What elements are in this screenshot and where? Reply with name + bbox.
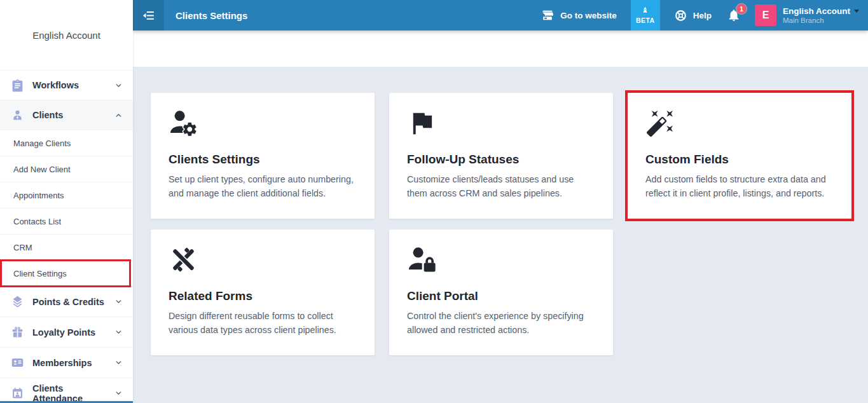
card-title: Custom Fields — [645, 153, 834, 167]
business-person-icon — [11, 109, 24, 122]
sidebar: English Account Workflows Clients Manage… — [0, 0, 133, 403]
go-to-website-link[interactable]: Go to website — [541, 8, 617, 22]
sidebar-item-workflows[interactable]: Workflows — [0, 70, 133, 100]
magic-wand-icon — [645, 108, 675, 138]
sidebar-item-clients-attendance[interactable]: Clients Attendance — [0, 378, 133, 403]
chevron-up-icon — [114, 111, 123, 120]
sidebar-item-label: Workflows — [32, 80, 79, 90]
page-title: Clients Settings — [176, 10, 247, 21]
account-name-label: English Account — [783, 6, 850, 16]
layers-icon — [11, 295, 24, 308]
go-to-website-label: Go to website — [560, 11, 617, 20]
sidebar-item-label: Clients Attendance — [32, 383, 114, 403]
sidebar-subitem-client-settings[interactable]: Client Settings — [0, 260, 133, 286]
card-client-portal[interactable]: Client Portal Control the client's exper… — [389, 229, 613, 355]
card-title: Related Forms — [169, 289, 357, 303]
sidebar-item-label: Clients — [32, 110, 63, 120]
clipboard-icon — [11, 79, 24, 92]
id-card-icon — [11, 356, 24, 369]
person-gear-icon — [169, 108, 198, 138]
beta-label: BETA — [636, 17, 654, 24]
chevron-down-icon — [114, 328, 123, 336]
sidebar-item-label: Loyalty Points — [32, 327, 95, 338]
person-lock-icon — [407, 245, 437, 275]
card-description: Customize clients/leads statuses and use… — [407, 172, 595, 200]
sidebar-item-memberships[interactable]: Memberships — [0, 347, 133, 378]
card-title: Client Portal — [407, 289, 595, 303]
account-menu[interactable]: English Account Main Branch — [783, 6, 868, 24]
card-related-forms[interactable]: Related Forms Design different reusable … — [151, 229, 375, 355]
notifications-button[interactable]: 1 — [727, 8, 741, 22]
flag-icon — [407, 108, 437, 138]
sidebar-item-label: Memberships — [32, 358, 92, 368]
sidebar-toggle-button[interactable] — [133, 0, 164, 31]
card-description: Design different reusable forms to colle… — [169, 309, 357, 337]
chevron-down-icon — [114, 81, 123, 90]
topbar-actions: Go to website BETA — [541, 0, 868, 31]
caret-down-icon — [854, 10, 859, 13]
card-clients-settings[interactable]: Clients Settings Set up client types, co… — [151, 93, 375, 219]
help-link[interactable]: Help — [674, 9, 712, 22]
chevron-down-icon — [114, 359, 123, 367]
sidebar-item-points-credits[interactable]: Points & Credits — [0, 286, 133, 317]
branch-label: Main Branch — [783, 17, 859, 24]
help-label: Help — [693, 11, 712, 20]
topbar: Clients Settings Go to website BETA — [133, 0, 868, 31]
card-description: Set up client types, configure auto numb… — [169, 172, 357, 200]
sidebar-account-name: English Account — [0, 0, 133, 70]
card-description: Add custom fields to structure extra dat… — [645, 172, 834, 200]
calendar-person-icon — [11, 386, 24, 400]
chevron-down-icon — [114, 389, 123, 397]
gift-icon — [11, 325, 24, 339]
sidebar-subitem-contacts-list[interactable]: Contacts List — [0, 208, 133, 234]
notification-badge: 1 — [736, 4, 747, 14]
beta-button[interactable]: BETA — [631, 0, 660, 31]
sidebar-subitem-add-new-client[interactable]: Add New Client — [0, 156, 133, 182]
avatar[interactable]: E — [755, 4, 776, 26]
sidebar-subitem-appointments[interactable]: Appointments — [0, 182, 133, 208]
card-title: Clients Settings — [169, 153, 357, 167]
sidebar-item-loyalty-points[interactable]: Loyalty Points — [0, 317, 133, 347]
collapse-sidebar-icon — [141, 8, 156, 23]
sidebar-subitem-manage-clients[interactable]: Manage Clients — [0, 130, 133, 156]
sidebar-item-label: Points & Credits — [32, 297, 104, 307]
card-custom-fields[interactable]: Custom Fields Add custom fields to struc… — [628, 93, 851, 219]
page-header-strip — [133, 31, 868, 67]
settings-cards-grid: Clients Settings Set up client types, co… — [151, 93, 868, 355]
sidebar-subitem-crm[interactable]: CRM — [0, 234, 133, 260]
rocket-icon — [640, 6, 650, 16]
sidebar-item-clients[interactable]: Clients — [0, 100, 133, 130]
main-content: Clients Settings Set up client types, co… — [133, 67, 868, 403]
card-description: Control the client's experience by speci… — [407, 309, 595, 337]
storefront-icon — [541, 8, 555, 22]
card-follow-up-statuses[interactable]: Follow-Up Statuses Customize clients/lea… — [389, 93, 613, 219]
clients-submenu: Manage Clients Add New Client Appointmen… — [0, 130, 133, 286]
chevron-down-icon — [114, 297, 123, 306]
lifebuoy-help-icon — [674, 9, 687, 22]
design-tools-icon — [169, 245, 198, 275]
card-title: Follow-Up Statuses — [407, 153, 595, 167]
app-root: English Account Workflows Clients Manage… — [0, 0, 868, 403]
